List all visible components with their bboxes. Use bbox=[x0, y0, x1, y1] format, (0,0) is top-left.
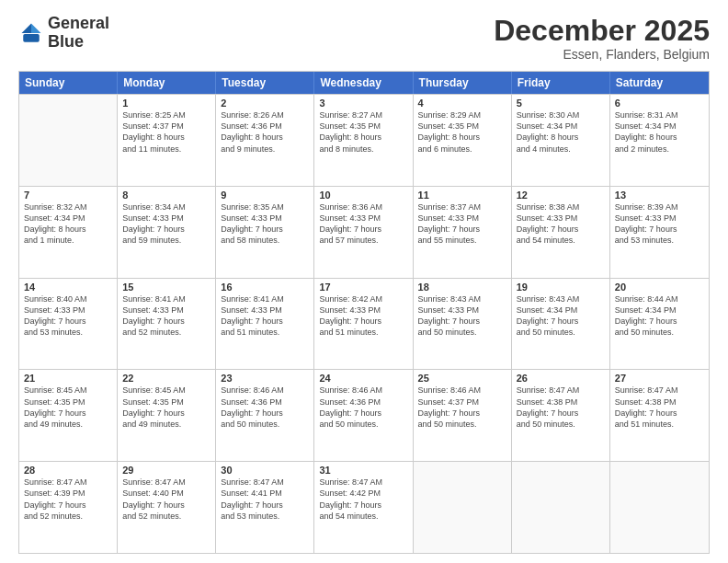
daylight-text: Daylight: 7 hours bbox=[517, 224, 605, 235]
daylight-text-cont: and 50 minutes. bbox=[221, 419, 309, 430]
sunrise-text: Sunrise: 8:47 AM bbox=[221, 477, 309, 488]
sunrise-text: Sunrise: 8:35 AM bbox=[221, 201, 309, 213]
sunset-text: Sunset: 4:42 PM bbox=[319, 488, 407, 499]
calendar-cell: 19Sunrise: 8:43 AMSunset: 4:34 PMDayligh… bbox=[512, 279, 610, 370]
logo-line1: General bbox=[48, 15, 109, 33]
daylight-text-cont: and 51 minutes. bbox=[615, 419, 704, 430]
day-number: 29 bbox=[122, 465, 210, 476]
daylight-text-cont: and 53 minutes. bbox=[221, 511, 309, 522]
svg-rect-2 bbox=[23, 34, 40, 42]
calendar-cell: 24Sunrise: 8:46 AMSunset: 4:36 PMDayligh… bbox=[314, 370, 413, 461]
day-number: 28 bbox=[24, 465, 112, 476]
calendar-cell: 5Sunrise: 8:30 AMSunset: 4:34 PMDaylight… bbox=[512, 95, 610, 186]
calendar-cell: 31Sunrise: 8:47 AMSunset: 4:42 PMDayligh… bbox=[314, 462, 413, 553]
calendar-cell: 1Sunrise: 8:25 AMSunset: 4:37 PMDaylight… bbox=[118, 95, 216, 186]
daylight-text: Daylight: 8 hours bbox=[221, 132, 309, 143]
weekday-header: Saturday bbox=[610, 72, 709, 94]
sunset-text: Sunset: 4:37 PM bbox=[418, 396, 506, 408]
daylight-text: Daylight: 7 hours bbox=[418, 224, 506, 235]
daylight-text: Daylight: 8 hours bbox=[122, 132, 210, 143]
daylight-text: Daylight: 7 hours bbox=[418, 408, 506, 419]
calendar-cell: 13Sunrise: 8:39 AMSunset: 4:33 PMDayligh… bbox=[610, 187, 709, 278]
sunset-text: Sunset: 4:34 PM bbox=[615, 121, 704, 132]
daylight-text: Daylight: 8 hours bbox=[418, 132, 506, 143]
sunset-text: Sunset: 4:38 PM bbox=[517, 396, 605, 408]
sunrise-text: Sunrise: 8:45 AM bbox=[24, 385, 112, 396]
sunrise-text: Sunrise: 8:27 AM bbox=[319, 109, 407, 121]
sunrise-text: Sunrise: 8:44 AM bbox=[615, 293, 704, 304]
daylight-text-cont: and 59 minutes. bbox=[122, 235, 210, 246]
weekday-header: Thursday bbox=[414, 72, 512, 94]
sunrise-text: Sunrise: 8:47 AM bbox=[615, 385, 704, 396]
sunset-text: Sunset: 4:33 PM bbox=[319, 304, 407, 316]
calendar-cell: 11Sunrise: 8:37 AMSunset: 4:33 PMDayligh… bbox=[414, 187, 512, 278]
sunrise-text: Sunrise: 8:42 AM bbox=[319, 293, 407, 304]
calendar-cell: 9Sunrise: 8:35 AMSunset: 4:33 PMDaylight… bbox=[216, 187, 314, 278]
daylight-text: Daylight: 8 hours bbox=[319, 132, 407, 143]
sunrise-text: Sunrise: 8:25 AM bbox=[122, 109, 210, 121]
calendar-cell bbox=[19, 95, 118, 186]
day-number: 23 bbox=[221, 373, 309, 384]
day-number: 12 bbox=[517, 190, 605, 201]
calendar-cell: 21Sunrise: 8:45 AMSunset: 4:35 PMDayligh… bbox=[19, 370, 118, 461]
weekday-header: Sunday bbox=[19, 72, 118, 94]
daylight-text-cont: and 52 minutes. bbox=[122, 511, 210, 522]
daylight-text-cont: and 54 minutes. bbox=[319, 511, 407, 522]
daylight-text-cont: and 50 minutes. bbox=[319, 419, 407, 430]
day-number: 14 bbox=[24, 282, 112, 293]
daylight-text: Daylight: 7 hours bbox=[221, 224, 309, 235]
day-number: 25 bbox=[418, 373, 506, 384]
svg-marker-1 bbox=[22, 23, 32, 33]
calendar-cell: 10Sunrise: 8:36 AMSunset: 4:33 PMDayligh… bbox=[314, 187, 413, 278]
daylight-text-cont: and 4 minutes. bbox=[517, 144, 605, 155]
calendar-cell bbox=[610, 462, 709, 553]
logo-line2: Blue bbox=[48, 33, 109, 52]
calendar-cell: 16Sunrise: 8:41 AMSunset: 4:33 PMDayligh… bbox=[216, 279, 314, 370]
daylight-text-cont: and 50 minutes. bbox=[517, 327, 605, 338]
sunrise-text: Sunrise: 8:46 AM bbox=[418, 385, 506, 396]
sunrise-text: Sunrise: 8:29 AM bbox=[418, 109, 506, 121]
daylight-text-cont: and 55 minutes. bbox=[418, 235, 506, 246]
calendar-cell bbox=[414, 462, 512, 553]
daylight-text: Daylight: 8 hours bbox=[517, 132, 605, 143]
daylight-text-cont: and 50 minutes. bbox=[615, 327, 704, 338]
day-number: 21 bbox=[24, 373, 112, 384]
daylight-text: Daylight: 7 hours bbox=[615, 224, 704, 235]
day-number: 2 bbox=[221, 98, 309, 109]
daylight-text: Daylight: 7 hours bbox=[24, 316, 112, 327]
daylight-text-cont: and 51 minutes. bbox=[221, 327, 309, 338]
daylight-text: Daylight: 7 hours bbox=[319, 316, 407, 327]
weekday-header: Friday bbox=[512, 72, 610, 94]
daylight-text-cont: and 53 minutes. bbox=[615, 235, 704, 246]
sunset-text: Sunset: 4:35 PM bbox=[319, 121, 407, 132]
day-number: 22 bbox=[122, 373, 210, 384]
day-number: 31 bbox=[319, 465, 407, 476]
day-number: 15 bbox=[122, 282, 210, 293]
sunrise-text: Sunrise: 8:47 AM bbox=[122, 477, 210, 488]
sunrise-text: Sunrise: 8:39 AM bbox=[615, 201, 704, 213]
calendar-row: 14Sunrise: 8:40 AMSunset: 4:33 PMDayligh… bbox=[19, 278, 709, 370]
daylight-text-cont: and 54 minutes. bbox=[517, 235, 605, 246]
daylight-text: Daylight: 7 hours bbox=[122, 224, 210, 235]
day-number: 1 bbox=[122, 98, 210, 109]
sunset-text: Sunset: 4:33 PM bbox=[319, 213, 407, 224]
sunrise-text: Sunrise: 8:31 AM bbox=[615, 109, 704, 121]
calendar-cell: 30Sunrise: 8:47 AMSunset: 4:41 PMDayligh… bbox=[216, 462, 314, 553]
day-number: 24 bbox=[319, 373, 407, 384]
daylight-text-cont: and 6 minutes. bbox=[418, 144, 506, 155]
daylight-text: Daylight: 7 hours bbox=[221, 316, 309, 327]
calendar-row: 7Sunrise: 8:32 AMSunset: 4:34 PMDaylight… bbox=[19, 186, 709, 278]
daylight-text: Daylight: 7 hours bbox=[221, 500, 309, 511]
sunset-text: Sunset: 4:35 PM bbox=[24, 396, 112, 408]
calendar-cell: 2Sunrise: 8:26 AMSunset: 4:36 PMDaylight… bbox=[216, 95, 314, 186]
calendar-cell: 12Sunrise: 8:38 AMSunset: 4:33 PMDayligh… bbox=[512, 187, 610, 278]
sunset-text: Sunset: 4:36 PM bbox=[221, 121, 309, 132]
daylight-text-cont: and 51 minutes. bbox=[319, 327, 407, 338]
sunset-text: Sunset: 4:35 PM bbox=[122, 396, 210, 408]
sunrise-text: Sunrise: 8:45 AM bbox=[122, 385, 210, 396]
daylight-text: Daylight: 7 hours bbox=[319, 500, 407, 511]
calendar-cell: 26Sunrise: 8:47 AMSunset: 4:38 PMDayligh… bbox=[512, 370, 610, 461]
daylight-text: Daylight: 7 hours bbox=[615, 316, 704, 327]
day-number: 10 bbox=[319, 190, 407, 201]
daylight-text: Daylight: 8 hours bbox=[615, 132, 704, 143]
